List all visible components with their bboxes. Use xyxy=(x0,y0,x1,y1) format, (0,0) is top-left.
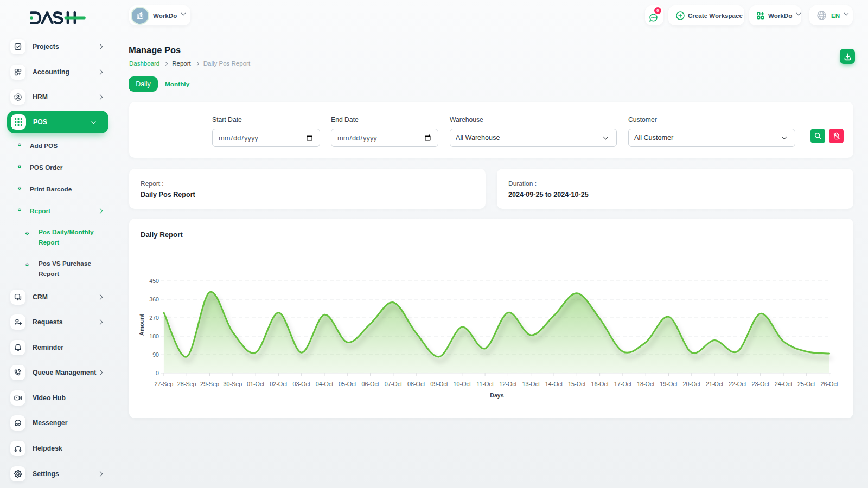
svg-text:22-Oct: 22-Oct xyxy=(729,381,746,387)
svg-text:06-Oct: 06-Oct xyxy=(361,381,379,387)
svg-text:30-Sep: 30-Sep xyxy=(223,381,242,387)
svg-text:12-Oct: 12-Oct xyxy=(499,381,516,387)
svg-text:18-Oct: 18-Oct xyxy=(637,381,654,387)
svg-text:90: 90 xyxy=(152,351,159,358)
svg-text:02-Oct: 02-Oct xyxy=(270,381,287,387)
svg-text:10-Oct: 10-Oct xyxy=(454,381,471,387)
svg-text:17-Oct: 17-Oct xyxy=(614,381,631,387)
svg-text:16-Oct: 16-Oct xyxy=(591,381,608,387)
svg-text:360: 360 xyxy=(149,296,159,303)
svg-text:450: 450 xyxy=(149,278,159,284)
svg-text:19-Oct: 19-Oct xyxy=(660,381,677,387)
svg-text:28-Sep: 28-Sep xyxy=(177,381,196,387)
svg-text:0: 0 xyxy=(156,370,159,376)
svg-text:26-Oct: 26-Oct xyxy=(820,381,838,387)
svg-text:21-Oct: 21-Oct xyxy=(706,381,723,387)
svg-text:180: 180 xyxy=(149,333,159,339)
svg-text:04-Oct: 04-Oct xyxy=(316,381,333,387)
svg-text:29-Sep: 29-Sep xyxy=(200,381,219,387)
svg-text:13-Oct: 13-Oct xyxy=(522,381,539,387)
svg-text:14-Oct: 14-Oct xyxy=(545,381,563,387)
svg-text:07-Oct: 07-Oct xyxy=(385,381,402,387)
svg-text:01-Oct: 01-Oct xyxy=(247,381,264,387)
svg-text:05-Oct: 05-Oct xyxy=(339,381,356,387)
svg-text:08-Oct: 08-Oct xyxy=(407,381,425,387)
svg-text:24-Oct: 24-Oct xyxy=(775,381,792,387)
svg-text:25-Oct: 25-Oct xyxy=(797,381,815,387)
svg-text:23-Oct: 23-Oct xyxy=(751,381,769,387)
svg-text:20-Oct: 20-Oct xyxy=(683,381,700,387)
svg-text:Days: Days xyxy=(490,392,503,399)
svg-text:11-Oct: 11-Oct xyxy=(476,381,494,387)
svg-text:03-Oct: 03-Oct xyxy=(292,381,310,387)
svg-text:Amount: Amount xyxy=(138,314,145,336)
svg-text:09-Oct: 09-Oct xyxy=(430,381,448,387)
svg-text:270: 270 xyxy=(149,314,159,321)
svg-text:15-Oct: 15-Oct xyxy=(568,381,585,387)
svg-text:27-Sep: 27-Sep xyxy=(154,381,173,387)
